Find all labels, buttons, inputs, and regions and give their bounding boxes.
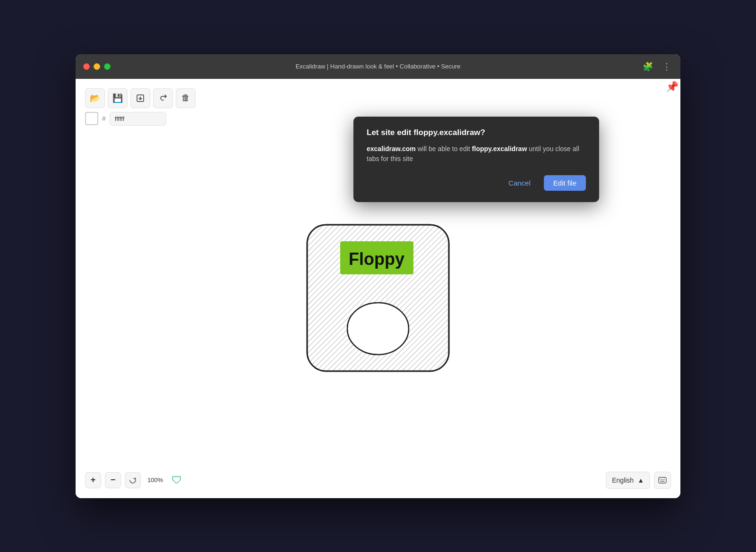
title-bar: Excalidraw | Hand-drawn look & feel • Co… — [76, 54, 680, 79]
title-bar-actions: 🧩 ⋮ — [641, 59, 673, 74]
dialog-title: Let site edit floppy.excalidraw? — [367, 128, 586, 137]
edit-file-button[interactable]: Edit file — [544, 175, 586, 191]
app-content: 📂 💾 🗑 # — [76, 79, 680, 498]
dialog-filename: floppy.excalidraw — [472, 145, 527, 153]
menu-icon[interactable]: ⋮ — [661, 59, 673, 74]
window-title: Excalidraw | Hand-drawn look & feel • Co… — [295, 63, 460, 70]
dialog-body: excalidraw.com will be able to edit flop… — [367, 144, 586, 164]
mac-window: Excalidraw | Hand-drawn look & feel • Co… — [76, 54, 680, 498]
dialog-site-name: excalidraw.com — [367, 145, 416, 153]
permission-dialog: Let site edit floppy.excalidraw? excalid… — [353, 117, 599, 202]
minimize-button[interactable] — [94, 63, 100, 70]
cancel-button[interactable]: Cancel — [501, 175, 538, 191]
extensions-icon[interactable]: 🧩 — [641, 59, 655, 74]
dialog-actions: Cancel Edit file — [367, 175, 586, 191]
maximize-button[interactable] — [104, 63, 111, 70]
dialog-body-middle: will be able to edit — [416, 145, 472, 153]
traffic-lights — [83, 63, 111, 70]
dialog-overlay: Let site edit floppy.excalidraw? excalid… — [76, 79, 680, 498]
close-button[interactable] — [83, 63, 90, 70]
